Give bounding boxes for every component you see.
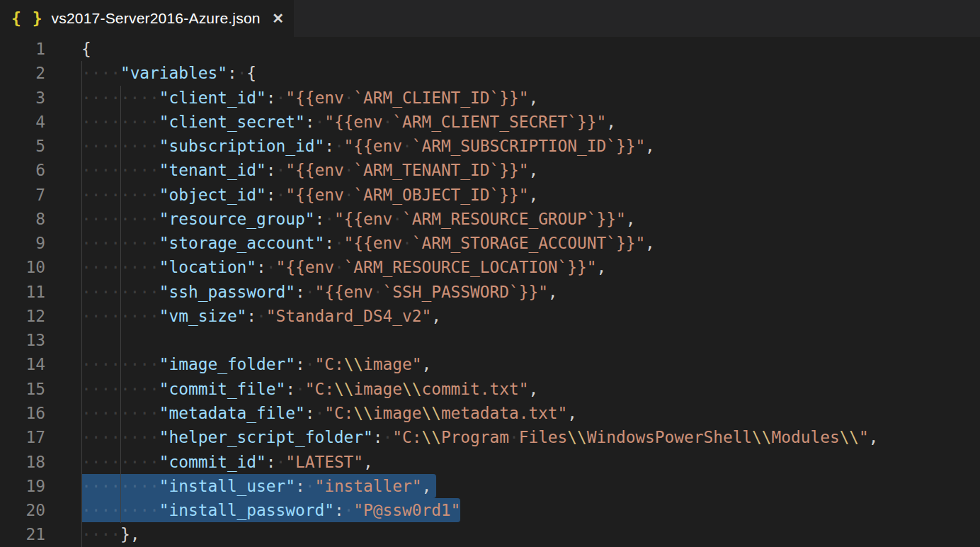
code-token-key: "helper_script_folder" bbox=[159, 428, 373, 446]
code-line[interactable]: 16········"metadata_file":·"C:\\image\\m… bbox=[0, 401, 980, 425]
code-token-punct: , bbox=[645, 137, 655, 155]
whitespace-dots: · bbox=[334, 234, 344, 252]
line-number[interactable]: 20 bbox=[0, 498, 45, 522]
line-number[interactable]: 14 bbox=[0, 352, 45, 376]
line-number[interactable]: 12 bbox=[0, 304, 45, 328]
code-token-punct: : bbox=[266, 161, 276, 179]
code-line[interactable]: 7········"object_id":·"{{env·`ARM_OBJECT… bbox=[0, 183, 980, 207]
code-token-string: `ARM_CLIENT_ID`}}" bbox=[353, 89, 528, 107]
code-line[interactable]: 21····}, bbox=[0, 522, 980, 546]
line-number[interactable]: 11 bbox=[0, 280, 45, 304]
line-number[interactable]: 4 bbox=[0, 110, 45, 134]
tab-close-button[interactable]: ✕ bbox=[272, 11, 284, 26]
code-line[interactable]: 15········"commit_file":·"C:\\image\\com… bbox=[0, 377, 980, 401]
code-token-escape: \\ bbox=[752, 428, 771, 446]
line-number[interactable]: 17 bbox=[0, 425, 45, 449]
whitespace-dots: · bbox=[324, 210, 334, 228]
code-line[interactable]: 18········"commit_id":·"LATEST", bbox=[0, 450, 980, 474]
whitespace-dots: · bbox=[383, 428, 393, 446]
code-token-string: Program bbox=[441, 428, 509, 446]
code-line[interactable]: 3········"client_id":·"{{env·`ARM_CLIENT… bbox=[0, 86, 980, 110]
code-token-punct: : bbox=[285, 380, 295, 398]
code-token-string: image" bbox=[363, 355, 421, 373]
code-line-content: ········"commit_id":·"LATEST", bbox=[81, 450, 373, 474]
code-token-key: "storage_account" bbox=[159, 234, 324, 252]
code-token-punct: : bbox=[266, 186, 276, 204]
code-line[interactable]: 13 bbox=[0, 328, 980, 352]
code-line-content: ········"client_id":·"{{env·`ARM_CLIENT_… bbox=[81, 86, 538, 110]
whitespace-dots: · bbox=[383, 113, 393, 131]
whitespace-dots: · bbox=[305, 477, 315, 495]
line-number[interactable]: 19 bbox=[0, 474, 45, 498]
code-line[interactable]: 12········"vm_size":·"Standard_DS4_v2", bbox=[0, 304, 980, 328]
code-token-punct: , bbox=[548, 283, 558, 301]
code-token-punct: : bbox=[295, 477, 305, 495]
line-number[interactable]: 13 bbox=[0, 328, 45, 352]
whitespace-dots: · bbox=[344, 501, 354, 519]
whitespace-dots: · bbox=[237, 64, 247, 82]
line-number[interactable]: 5 bbox=[0, 134, 45, 158]
code-token-string: `ARM_TENANT_ID`}}" bbox=[353, 161, 528, 179]
code-token-punct: , bbox=[528, 186, 538, 204]
line-number[interactable]: 10 bbox=[0, 255, 45, 279]
whitespace-dots: · bbox=[305, 355, 315, 373]
code-line[interactable]: 5········"subscription_id":·"{{env·`ARM_… bbox=[0, 134, 980, 158]
line-number[interactable]: 6 bbox=[0, 158, 45, 182]
tab-vs2017-server2016-azure-json[interactable]: { } vs2017-Server2016-Azure.json ✕ bbox=[0, 0, 294, 37]
code-line[interactable]: 4········"client_secret":·"{{env·`ARM_CL… bbox=[0, 110, 980, 134]
whitespace-dots: · bbox=[392, 210, 402, 228]
code-line[interactable]: 20········"install_password":·"P@ssw0rd1… bbox=[0, 498, 980, 522]
code-line[interactable]: 11········"ssh_password":·"{{env·`SSH_PA… bbox=[0, 280, 980, 304]
whitespace-dots: · bbox=[344, 161, 354, 179]
code-line-content: ········"client_secret":·"{{env·`ARM_CLI… bbox=[81, 110, 616, 134]
line-number[interactable]: 16 bbox=[0, 401, 45, 425]
code-token-punct: : bbox=[266, 89, 276, 107]
code-token-string: "installer" bbox=[314, 477, 421, 495]
code-token-string: "{{env bbox=[344, 137, 402, 155]
code-line[interactable]: 9········"storage_account":·"{{env·`ARM_… bbox=[0, 231, 980, 255]
line-number[interactable]: 7 bbox=[0, 183, 45, 207]
code-token-string: image bbox=[373, 404, 422, 422]
code-token-key: "commit_id" bbox=[159, 453, 266, 471]
code-token-key: "object_id" bbox=[159, 186, 266, 204]
code-line-content: ········"ssh_password":·"{{env·`SSH_PASS… bbox=[81, 280, 558, 304]
code-token-escape: \\ bbox=[334, 380, 353, 398]
whitespace-dots: ········ bbox=[81, 477, 159, 495]
code-line[interactable]: 1{ bbox=[0, 37, 980, 61]
code-token-key: "commit_file" bbox=[159, 380, 285, 398]
code-token-string: " bbox=[859, 428, 869, 446]
code-token-string: WindowsPowerShell bbox=[587, 428, 752, 446]
code-line[interactable]: 19········"install_user":·"installer", bbox=[0, 474, 980, 498]
line-number[interactable]: 3 bbox=[0, 86, 45, 110]
line-number[interactable]: 15 bbox=[0, 377, 45, 401]
code-token-string: "{{env bbox=[344, 234, 402, 252]
code-token-punct: , bbox=[596, 258, 606, 276]
code-line[interactable]: 10········"location":·"{{env·`ARM_RESOUR… bbox=[0, 255, 980, 279]
line-number[interactable]: 8 bbox=[0, 207, 45, 231]
code-line-content: ········"install_user":·"installer", bbox=[81, 474, 431, 498]
code-token-escape: \\ bbox=[421, 428, 440, 446]
code-token-string: "C: bbox=[305, 380, 334, 398]
whitespace-dots: · bbox=[334, 137, 344, 155]
code-line[interactable]: 17········"helper_script_folder":·"C:\\P… bbox=[0, 425, 980, 449]
code-token-key: "location" bbox=[159, 258, 256, 276]
code-line-content: ········"subscription_id":·"{{env·`ARM_S… bbox=[81, 134, 655, 158]
code-line[interactable]: 14········"image_folder":·"C:\\image", bbox=[0, 352, 980, 376]
line-number[interactable]: 18 bbox=[0, 450, 45, 474]
line-number[interactable]: 9 bbox=[0, 231, 45, 255]
code-line-content: ········"storage_account":·"{{env·`ARM_S… bbox=[81, 231, 655, 255]
code-line[interactable]: 6········"tenant_id":·"{{env·`ARM_TENANT… bbox=[0, 158, 980, 182]
code-token-punct: , bbox=[606, 113, 616, 131]
whitespace-dots: · bbox=[276, 161, 286, 179]
code-token-string: "{{env bbox=[276, 258, 334, 276]
code-token-string: "{{env bbox=[314, 283, 372, 301]
code-token-punct: : bbox=[246, 307, 256, 325]
code-token-escape: \\ bbox=[567, 428, 586, 446]
code-token-punct: : bbox=[305, 404, 315, 422]
code-line[interactable]: 2····"variables":·{ bbox=[0, 61, 980, 85]
code-line[interactable]: 8········"resource_group":·"{{env·`ARM_R… bbox=[0, 207, 980, 231]
line-number[interactable]: 1 bbox=[0, 37, 45, 61]
line-number[interactable]: 21 bbox=[0, 522, 45, 546]
line-number[interactable]: 2 bbox=[0, 61, 45, 85]
code-token-escape: \\ bbox=[840, 428, 859, 446]
